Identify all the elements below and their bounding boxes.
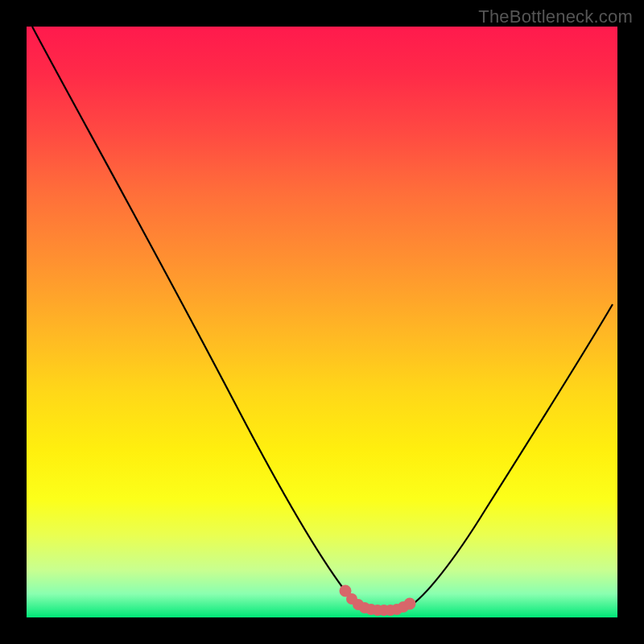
minimum-marker-group <box>342 588 414 614</box>
chart-svg <box>27 27 617 617</box>
plot-area <box>27 27 617 617</box>
main-curve-path <box>32 27 613 610</box>
watermark-text: TheBottleneck.com <box>478 6 633 27</box>
